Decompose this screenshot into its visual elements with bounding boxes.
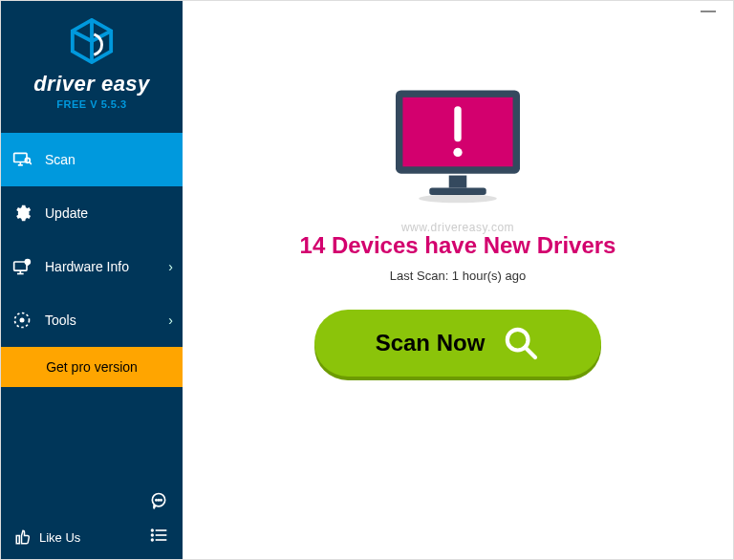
svg-rect-27	[429, 188, 486, 195]
svg-line-6	[30, 162, 32, 164]
scan-now-label: Scan Now	[376, 330, 486, 356]
svg-rect-26	[449, 176, 467, 188]
sidebar-item-label: Tools	[45, 312, 168, 328]
hardware-info-icon: i	[12, 257, 32, 276]
feedback-button[interactable]	[148, 490, 169, 511]
svg-point-15	[156, 500, 157, 501]
menu-button[interactable]	[148, 525, 169, 546]
svg-point-18	[152, 529, 154, 531]
sidebar-item-label: Hardware Info	[45, 259, 168, 274]
nav: Scan Update i	[1, 133, 183, 481]
chat-icon	[149, 491, 168, 510]
monitor-alert-icon	[386, 83, 529, 207]
svg-point-13	[20, 318, 25, 323]
get-pro-button[interactable]: Get pro version	[1, 347, 183, 387]
get-pro-label: Get pro version	[46, 359, 138, 375]
monitor-search-icon	[12, 150, 32, 169]
app-window: driver easy FREE V 5.5.3 Scan	[0, 0, 734, 560]
sidebar-item-hardware-info[interactable]: i Hardware Info ›	[1, 240, 183, 293]
svg-point-22	[152, 539, 154, 541]
sidebar: driver easy FREE V 5.5.3 Scan	[1, 1, 183, 559]
watermark-text: www.drivereasy.com	[401, 221, 514, 234]
last-scan-text: Last Scan: 1 hour(s) ago	[390, 269, 526, 283]
sidebar-item-label: Scan	[45, 152, 169, 167]
chevron-right-icon: ›	[168, 312, 173, 328]
brand-block: driver easy FREE V 5.5.3	[1, 1, 183, 121]
brand-name: driver easy	[1, 72, 183, 97]
sidebar-bottom: Like Us	[1, 481, 183, 559]
svg-point-16	[158, 500, 159, 501]
list-icon	[149, 526, 168, 545]
svg-point-30	[453, 148, 462, 157]
status-graphic	[386, 83, 529, 207]
svg-line-32	[526, 348, 535, 357]
sidebar-item-update[interactable]: Update	[1, 186, 183, 240]
minimize-button[interactable]	[701, 11, 716, 12]
svg-point-17	[161, 500, 162, 501]
scan-result-headline: 14 Devices have New Drivers	[300, 232, 616, 259]
brand-logo-icon	[69, 18, 115, 64]
svg-point-28	[419, 194, 497, 203]
scan-now-button[interactable]: Scan Now	[314, 310, 601, 377]
brand-version: FREE V 5.5.3	[1, 98, 183, 110]
gear-icon	[12, 204, 32, 223]
sidebar-item-tools[interactable]: Tools ›	[1, 293, 183, 347]
magnifier-icon	[502, 324, 540, 362]
main-panel: www.drivereasy.com 14 Devices have New D…	[183, 1, 733, 559]
svg-point-20	[152, 534, 154, 536]
like-us-label: Like Us	[39, 530, 80, 545]
sidebar-item-label: Update	[45, 205, 169, 221]
chevron-right-icon: ›	[168, 259, 173, 274]
tools-icon	[12, 311, 32, 330]
like-us-button[interactable]: Like Us	[14, 528, 80, 546]
sidebar-item-scan[interactable]: Scan	[1, 133, 183, 186]
thumbs-up-icon	[14, 528, 32, 546]
bottom-icons	[148, 490, 169, 546]
